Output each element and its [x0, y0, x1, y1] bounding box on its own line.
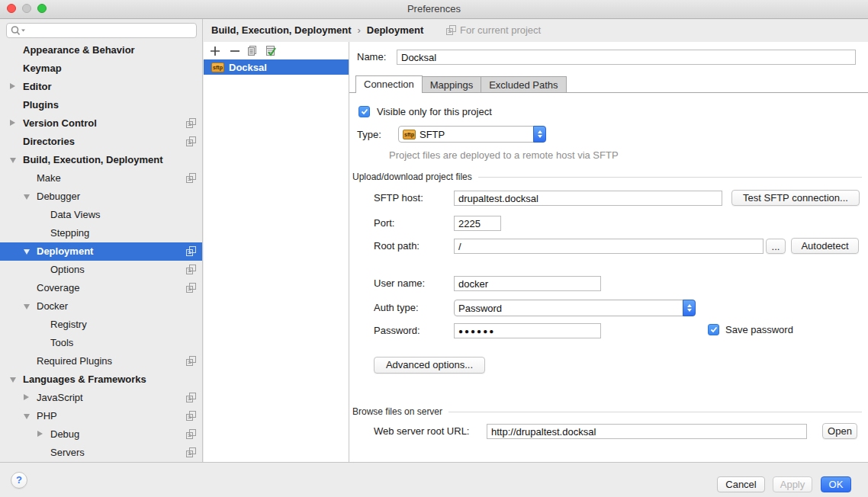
sidebar-item-coverage[interactable]: Coverage [0, 279, 202, 297]
breadcrumb-bar: Build, Execution, Deployment › Deploymen… [204, 19, 868, 42]
sidebar-item-label: Version Control [0, 114, 202, 133]
sidebar-item-appearance-behavior[interactable]: Appearance & Behavior [0, 41, 202, 59]
tab-mappings[interactable]: Mappings [423, 76, 481, 92]
sidebar-item-debugger[interactable]: Debugger [0, 188, 202, 206]
chevron-down-icon[interactable] [10, 377, 16, 383]
current-project-icon [186, 246, 196, 256]
current-project-icon [186, 283, 196, 293]
sidebar-item-version-control[interactable]: Version Control [0, 114, 202, 133]
help-button[interactable]: ? [11, 472, 27, 489]
password-input[interactable] [454, 323, 601, 338]
current-project-icon [186, 429, 196, 439]
sidebar-item-label: Options [0, 261, 202, 279]
open-url-button[interactable]: Open [822, 423, 857, 439]
upload-section-header: Upload/download project files [352, 172, 862, 182]
use-as-default-button[interactable] [265, 45, 277, 57]
server-item-name: Docksal [229, 62, 267, 73]
browse-root-path-button[interactable]: ... [766, 239, 786, 254]
ok-button[interactable]: OK [821, 476, 851, 492]
chevron-down-icon[interactable] [24, 304, 30, 309]
cancel-button[interactable]: Cancel [717, 476, 765, 492]
sidebar-item-stepping[interactable]: Stepping [0, 224, 202, 242]
chevron-down-icon[interactable] [24, 414, 30, 419]
apply-button[interactable]: Apply [773, 476, 812, 492]
sidebar-item-servers[interactable]: Servers [0, 444, 202, 462]
sidebar-item-editor[interactable]: Editor [0, 78, 202, 96]
sidebar-item-label: Make [0, 169, 202, 188]
sftp-host-input[interactable] [454, 191, 722, 206]
upload-section-title: Upload/download project files [352, 172, 472, 182]
current-project-icon [186, 411, 196, 421]
sidebar-item-registry[interactable]: Registry [0, 316, 202, 334]
sidebar-item-label: Data Views [0, 206, 202, 224]
chevron-right-icon[interactable] [24, 394, 29, 400]
auth-type-select[interactable]: Password [454, 300, 696, 316]
chevron-down-icon[interactable] [24, 194, 30, 200]
sidebar-item-php[interactable]: PHP [0, 407, 202, 425]
root-path-label: Root path: [374, 239, 420, 254]
sidebar-item-tools[interactable]: Tools [0, 334, 202, 352]
sidebar-item-build-execution-deployment[interactable]: Build, Execution, Deployment [0, 151, 202, 169]
autodetect-button[interactable]: Autodetect [791, 238, 859, 254]
sidebar-item-docker[interactable]: Docker [0, 297, 202, 316]
sidebar-item-label: Languages & Frameworks [0, 370, 202, 389]
browse-section-title: Browse files on server [352, 406, 442, 417]
sidebar-item-label: Keymap [0, 59, 202, 78]
sidebar-item-javascript[interactable]: JavaScript [0, 389, 202, 407]
sidebar-item-label: Tools [0, 334, 202, 352]
chevron-right-icon[interactable] [37, 431, 43, 437]
server-item-docksal[interactable]: sftp Docksal [204, 59, 349, 75]
select-stepper-icon[interactable] [533, 126, 546, 143]
sidebar-item-keymap[interactable]: Keymap [0, 59, 202, 78]
sidebar-item-directories[interactable]: Directories [0, 133, 202, 151]
select-stepper-icon[interactable] [683, 300, 696, 316]
port-input[interactable] [454, 216, 501, 231]
tab-bar: Connection Mappings Excluded Paths [355, 75, 567, 93]
sidebar-item-debug[interactable]: Debug [0, 425, 202, 444]
sidebar-item-options[interactable]: Options [0, 261, 202, 279]
chevron-right-icon[interactable] [10, 120, 15, 126]
settings-search-input[interactable] [6, 23, 197, 38]
sidebar-item-label: Debugger [0, 188, 202, 206]
sidebar-item-label: Stepping [0, 224, 202, 242]
sidebar-item-languages-frameworks[interactable]: Languages & Frameworks [0, 370, 202, 389]
user-name-label: User name: [374, 276, 425, 291]
current-project-icon [186, 118, 196, 128]
sidebar-item-required-plugins[interactable]: Required Plugins [0, 352, 202, 370]
web-root-url-input[interactable] [487, 424, 807, 439]
settings-sidebar: Appearance & BehaviorKeymapEditorPlugins… [0, 19, 203, 462]
server-list-toolbar [204, 42, 349, 59]
current-project-icon [446, 25, 456, 35]
sidebar-item-deployment[interactable]: Deployment [0, 242, 202, 261]
chevron-down-icon[interactable] [24, 249, 30, 255]
preferences-window: Preferences Appearance & BehaviorKeymapE… [0, 0, 868, 497]
chevron-right-icon[interactable] [10, 83, 15, 89]
tab-connection[interactable]: Connection [355, 75, 423, 93]
remove-server-button[interactable] [229, 45, 241, 57]
copy-server-button[interactable] [246, 45, 259, 57]
sidebar-item-label: Servers [0, 444, 202, 462]
sftp-host-label: SFTP host: [374, 191, 423, 206]
scope-label: For current project [460, 24, 541, 36]
sidebar-item-label: Registry [0, 316, 202, 334]
test-sftp-connection-button[interactable]: Test SFTP connection... [731, 190, 860, 206]
search-icon [11, 26, 27, 36]
tab-excluded-paths[interactable]: Excluded Paths [481, 76, 566, 92]
type-label: Type: [357, 127, 381, 143]
dialog-footer: ? Cancel Apply OK [0, 462, 868, 497]
sidebar-item-label: JavaScript [0, 389, 202, 407]
breadcrumb-parent[interactable]: Build, Execution, Deployment [211, 24, 351, 36]
sidebar-item-data-views[interactable]: Data Views [0, 206, 202, 224]
visible-only-checkbox[interactable] [358, 106, 370, 117]
current-project-icon [186, 173, 196, 183]
name-input[interactable] [397, 50, 856, 65]
add-server-button[interactable] [209, 45, 221, 57]
sidebar-item-plugins[interactable]: Plugins [0, 96, 202, 114]
root-path-input[interactable] [454, 239, 764, 254]
chevron-down-icon[interactable] [10, 158, 16, 163]
advanced-options-button[interactable]: Advanced options... [374, 357, 485, 374]
type-select[interactable]: sftp SFTP [398, 126, 546, 143]
save-password-checkbox[interactable] [708, 324, 719, 335]
user-name-input[interactable] [454, 276, 601, 291]
sidebar-item-make[interactable]: Make [0, 169, 202, 188]
